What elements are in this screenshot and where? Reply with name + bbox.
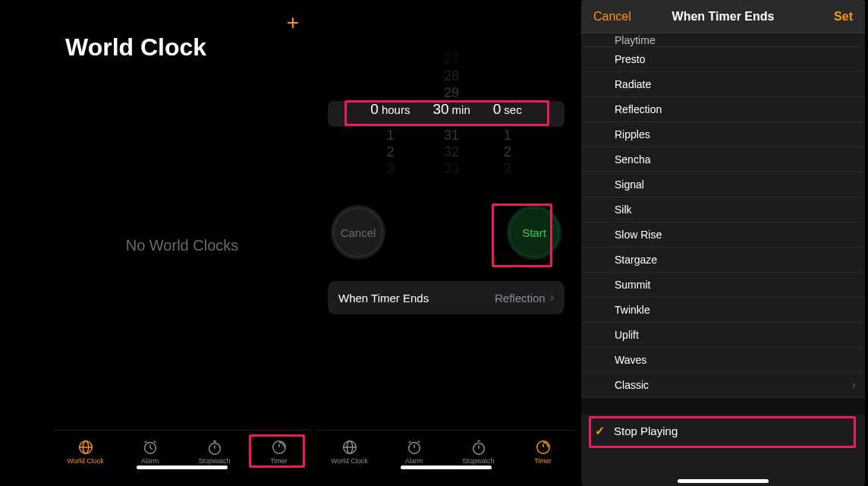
tab-label: Alarm: [405, 457, 423, 465]
hours-column[interactable]: 0hours 1 2 3: [370, 38, 410, 190]
modal-header: Cancel When Timer Ends Set: [581, 0, 865, 33]
svg-point-8: [209, 443, 220, 454]
tab-world-clock[interactable]: World Clock: [53, 431, 118, 472]
svg-line-20: [417, 440, 420, 442]
page-title: World Clock: [53, 30, 311, 62]
tab-label: Stopwatch: [198, 457, 230, 465]
home-indicator[interactable]: [137, 465, 228, 469]
sound-option-classic[interactable]: Classic›: [581, 373, 865, 398]
alarm-icon: [142, 439, 159, 456]
sound-option[interactable]: Uplift: [581, 323, 865, 348]
sound-option[interactable]: Sencha: [581, 147, 865, 172]
svg-line-6: [144, 440, 146, 442]
tab-timer[interactable]: Timer: [247, 431, 311, 472]
globe-icon: [77, 439, 94, 456]
cancel-button[interactable]: Cancel: [593, 10, 631, 24]
timer-screen: 0hours 1 2 3 27 28 29 30min 31 32 33 0se…: [317, 8, 575, 472]
tab-label: World Clock: [331, 457, 367, 465]
stopwatch-icon: [206, 439, 223, 456]
tab-label: Timer: [270, 457, 288, 465]
list-gap: [581, 398, 865, 415]
when-timer-ends-screen: Cancel When Timer Ends Set Playtime Pres…: [581, 0, 865, 486]
globe-icon: [341, 439, 358, 456]
sound-option[interactable]: Playtime: [581, 33, 865, 47]
svg-point-21: [473, 443, 484, 454]
sound-option[interactable]: Waves: [581, 348, 865, 373]
tab-timer[interactable]: Timer: [511, 431, 575, 472]
tab-label: World Clock: [67, 457, 103, 465]
cancel-button[interactable]: Cancel: [331, 205, 385, 260]
svg-line-7: [153, 440, 156, 442]
tab-world-clock[interactable]: World Clock: [317, 431, 382, 472]
start-button[interactable]: Start: [507, 205, 561, 260]
when-timer-ends-label: When Timer Ends: [338, 292, 429, 305]
sound-option[interactable]: Twinkle: [581, 298, 865, 323]
seconds-column[interactable]: 0sec 1 2 3: [493, 38, 522, 190]
sound-option[interactable]: Ripples: [581, 122, 865, 147]
sound-option[interactable]: Slow Rise: [581, 222, 865, 248]
when-timer-ends-row[interactable]: When Timer Ends Reflection›: [328, 281, 565, 314]
tab-label: Alarm: [141, 457, 159, 465]
duration-picker[interactable]: 0hours 1 2 3 27 28 29 30min 31 32 33 0se…: [317, 38, 575, 190]
stopwatch-icon: [470, 439, 487, 456]
sound-option[interactable]: Radiate: [581, 72, 865, 97]
minutes-column[interactable]: 27 28 29 30min 31 32 33: [432, 38, 470, 190]
sound-option[interactable]: Reflection: [581, 97, 865, 122]
sound-option[interactable]: Stargaze: [581, 248, 865, 273]
alarm-icon: [406, 439, 423, 456]
empty-state-text: No World Clocks: [53, 62, 311, 430]
add-city-button[interactable]: +: [287, 15, 299, 30]
sound-option[interactable]: Summit: [581, 273, 865, 298]
svg-line-5: [150, 447, 153, 449]
world-clock-screen: + World Clock No World Clocks World Cloc…: [53, 8, 311, 472]
timer-icon: [535, 439, 552, 456]
chevron-right-icon: ›: [550, 291, 554, 305]
timer-icon: [271, 439, 288, 456]
tab-label: Stopwatch: [462, 457, 494, 465]
home-indicator[interactable]: [401, 465, 492, 469]
when-timer-ends-value: Reflection: [495, 292, 546, 305]
sound-option[interactable]: Presto: [581, 47, 865, 72]
sound-option[interactable]: Silk: [581, 197, 865, 222]
sound-list[interactable]: Playtime Presto Radiate Reflection Rippl…: [581, 33, 865, 486]
svg-line-19: [408, 440, 410, 442]
tab-label: Timer: [534, 457, 552, 465]
set-button[interactable]: Set: [834, 10, 853, 24]
stop-playing-option[interactable]: ✓ Stop Playing: [581, 415, 865, 447]
home-indicator[interactable]: [678, 479, 769, 483]
sound-option[interactable]: Signal: [581, 172, 865, 197]
chevron-right-icon: ›: [852, 378, 856, 392]
stop-playing-label: Stop Playing: [614, 424, 678, 437]
checkmark-icon: ✓: [595, 424, 605, 438]
